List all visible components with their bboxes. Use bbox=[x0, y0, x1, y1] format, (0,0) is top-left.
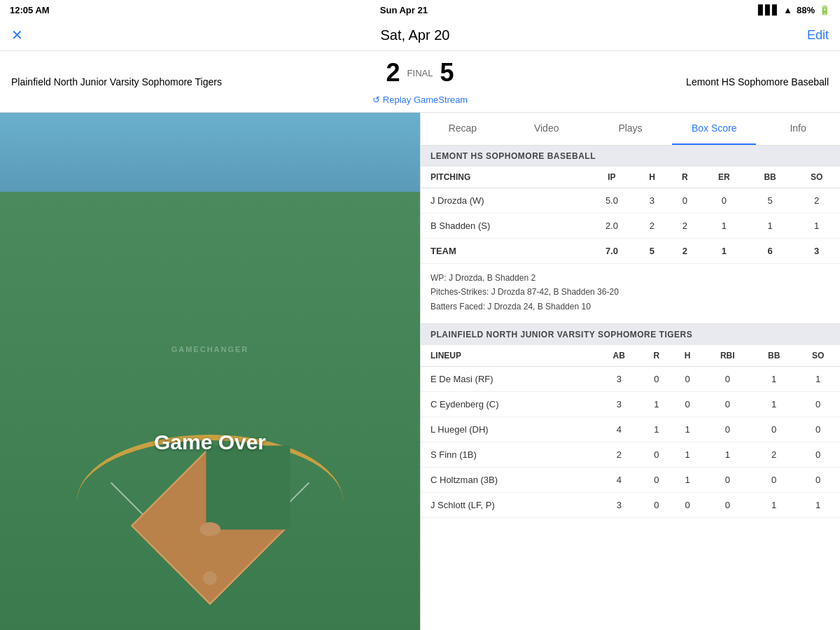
stat-r: 0 bbox=[641, 442, 672, 468]
stat-so: 3 bbox=[793, 239, 840, 264]
score-status: FINAL bbox=[407, 68, 433, 78]
stat-ip: 7.0 bbox=[588, 239, 636, 264]
col-lineup: LINEUP bbox=[421, 345, 597, 367]
stat-h: 1 bbox=[672, 468, 703, 493]
player-name: TEAM bbox=[421, 239, 588, 264]
wifi-icon: ▲ bbox=[783, 5, 792, 15]
pitcher-mound bbox=[200, 522, 220, 536]
stat-bb: 1 bbox=[752, 367, 796, 392]
stat-rbi: 0 bbox=[703, 417, 752, 442]
player-name: S Finn (1B) bbox=[421, 442, 597, 468]
stat-so: 1 bbox=[793, 214, 840, 239]
tab-boxscore[interactable]: Box Score bbox=[672, 113, 756, 145]
stat-ab: 4 bbox=[597, 468, 641, 493]
player-name: E De Masi (RF) bbox=[421, 367, 597, 392]
stat-ip: 2.0 bbox=[588, 214, 636, 239]
field-background: GAMECHANGER Game Over bbox=[0, 113, 420, 630]
game-over-text: Game Over bbox=[154, 430, 266, 454]
stat-bb: 5 bbox=[747, 188, 794, 214]
replay-label: Replay GameStream bbox=[383, 94, 468, 105]
table-row: E De Masi (RF) 3 0 0 0 1 1 bbox=[421, 367, 840, 392]
battery-icon: 🔋 bbox=[819, 5, 830, 15]
col-r2: R bbox=[641, 345, 672, 367]
edit-button[interactable]: Edit bbox=[807, 28, 829, 43]
lineup-header-row: LINEUP AB R H RBI BB SO bbox=[421, 345, 840, 367]
col-ip: IP bbox=[588, 167, 636, 188]
col-so2: SO bbox=[796, 345, 840, 367]
stat-ab: 2 bbox=[597, 442, 641, 468]
home-plate bbox=[203, 571, 217, 585]
stat-bb: 2 bbox=[752, 442, 796, 468]
battery-text: 88% bbox=[797, 5, 815, 15]
table-row: TEAM 7.0 5 2 1 6 3 bbox=[421, 239, 840, 264]
box-score-content: LEMONT HS SOPHOMORE BASEBALL PITCHING IP… bbox=[421, 146, 840, 518]
score-right: 5 bbox=[440, 58, 454, 88]
col-pitching: PITCHING bbox=[421, 167, 588, 188]
tab-recap[interactable]: Recap bbox=[421, 113, 505, 145]
stat-rbi: 0 bbox=[703, 392, 752, 417]
stat-r: 0 bbox=[668, 188, 701, 214]
stat-h: 1 bbox=[672, 442, 703, 468]
team-left-name: Plainfield North Junior Varsity Sophomor… bbox=[11, 76, 372, 88]
table-row: S Finn (1B) 2 0 1 1 2 0 bbox=[421, 442, 840, 468]
col-rbi: RBI bbox=[703, 345, 752, 367]
stat-h: 3 bbox=[636, 188, 668, 214]
stat-ip: 5.0 bbox=[588, 188, 636, 214]
player-name: L Huegel (DH) bbox=[421, 417, 597, 442]
stat-r: 1 bbox=[641, 392, 672, 417]
pitching-table: PITCHING IP H R ER BB SO J Drozda (W) 5.… bbox=[421, 167, 840, 264]
signal-icon: ▋▋▋ bbox=[758, 5, 779, 15]
lineup-table: LINEUP AB R H RBI BB SO E De Masi (RF) 3… bbox=[421, 345, 840, 518]
player-name: J Schlott (LF, P) bbox=[421, 493, 597, 518]
right-panel: Recap Video Plays Box Score Info LEMONT … bbox=[420, 113, 840, 630]
tab-plays[interactable]: Plays bbox=[589, 113, 673, 145]
col-ab: AB bbox=[597, 345, 641, 367]
stat-h: 0 bbox=[672, 392, 703, 417]
header: ✕ Sat, Apr 20 Edit bbox=[0, 20, 840, 51]
batters-note: Batters Faced: J Drozda 24, B Shadden 10 bbox=[430, 300, 830, 314]
status-time: 12:05 AM bbox=[10, 5, 50, 15]
stat-h: 2 bbox=[636, 214, 668, 239]
stat-r: 0 bbox=[641, 367, 672, 392]
score-row: Plainfield North Junior Varsity Sophomor… bbox=[0, 51, 840, 113]
plainfield-section-header: PLAINFIELD NORTH JUNIOR VARSITY SOPHOMOR… bbox=[421, 324, 840, 345]
player-name: J Drozda (W) bbox=[421, 188, 588, 214]
stat-h: 0 bbox=[672, 367, 703, 392]
replay-icon: ↺ bbox=[372, 94, 380, 105]
replay-link[interactable]: ↺ Replay GameStream bbox=[372, 94, 468, 105]
col-h: H bbox=[636, 167, 668, 188]
stat-ab: 3 bbox=[597, 392, 641, 417]
stat-bb: 6 bbox=[747, 239, 794, 264]
col-bb: BB bbox=[747, 167, 794, 188]
stat-ab: 3 bbox=[597, 493, 641, 518]
table-row: C Holtzman (3B) 4 0 1 0 0 0 bbox=[421, 468, 840, 493]
stat-r: 1 bbox=[641, 417, 672, 442]
stat-r: 0 bbox=[641, 493, 672, 518]
stat-so: 1 bbox=[796, 493, 840, 518]
field-panel: GAMECHANGER Game Over bbox=[0, 113, 420, 630]
close-button[interactable]: ✕ bbox=[11, 27, 23, 43]
stat-h: 0 bbox=[672, 493, 703, 518]
status-bar: 12:05 AM Sun Apr 21 ▋▋▋ ▲ 88% 🔋 bbox=[0, 0, 840, 20]
stat-rbi: 0 bbox=[703, 367, 752, 392]
stat-rbi: 0 bbox=[703, 493, 752, 518]
pitching-header-row: PITCHING IP H R ER BB SO bbox=[421, 167, 840, 188]
status-day: Sun Apr 21 bbox=[380, 5, 428, 15]
stat-so: 0 bbox=[796, 442, 840, 468]
table-row: C Eydenberg (C) 3 1 0 0 1 0 bbox=[421, 392, 840, 417]
stat-so: 0 bbox=[796, 417, 840, 442]
tab-info[interactable]: Info bbox=[756, 113, 840, 145]
pitches-note: Pitches-Strikes: J Drozda 87-42, B Shadd… bbox=[430, 285, 830, 299]
stat-r: 2 bbox=[668, 239, 701, 264]
stat-h: 5 bbox=[636, 239, 668, 264]
stat-rbi: 0 bbox=[703, 468, 752, 493]
stat-rbi: 1 bbox=[703, 442, 752, 468]
stat-so: 1 bbox=[796, 367, 840, 392]
col-so: SO bbox=[793, 167, 840, 188]
table-row: L Huegel (DH) 4 1 1 0 0 0 bbox=[421, 417, 840, 442]
table-row: J Drozda (W) 5.0 3 0 0 5 2 bbox=[421, 188, 840, 214]
stat-so: 0 bbox=[796, 392, 840, 417]
infield-grass bbox=[206, 446, 290, 530]
watermark: GAMECHANGER bbox=[172, 345, 249, 354]
tab-video[interactable]: Video bbox=[505, 113, 589, 145]
